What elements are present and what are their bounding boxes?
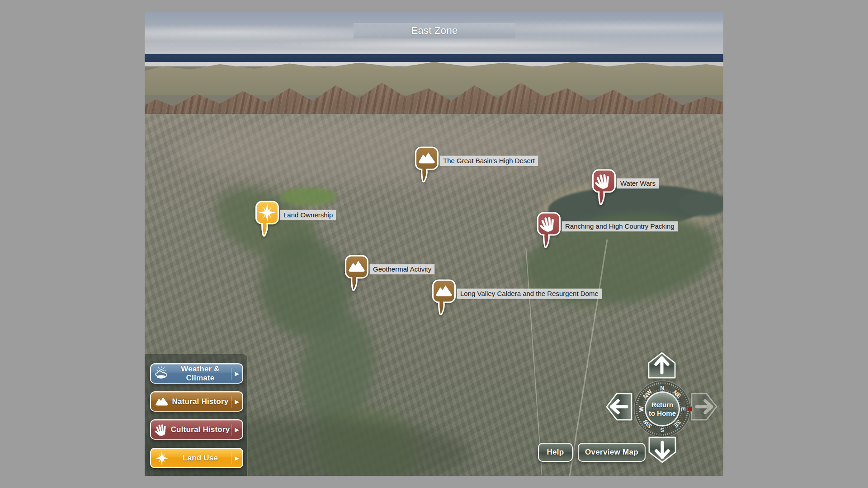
pan-up-button[interactable] [648,352,676,379]
marker-pin [591,169,617,206]
return-to-home-button[interactable]: Return to Home [645,391,680,427]
marker-label: Water Wars [617,178,659,188]
arrow-up-icon [648,352,676,379]
pan-down-button[interactable] [648,436,676,463]
map-marker-ranching[interactable]: Ranching and High Country Packing [536,211,562,249]
arrow-right-icon [690,393,717,421]
overview-map-button[interactable]: Overview Map [578,443,646,462]
hand-icon [154,422,170,437]
map-marker-great-basin[interactable]: The Great Basin's High Desert [414,146,440,184]
help-button-label: Help [547,448,564,457]
compass-label-w: W [638,406,645,412]
help-button[interactable]: Help [538,443,573,462]
marker-label: The Great Basin's High Desert [440,156,538,166]
sun-cloud-icon [154,366,170,381]
marker-pin [414,146,440,184]
menu-item-weather-climate[interactable]: Weather & Climate ▶ [150,363,243,384]
menu-item-label: Land Use [170,454,231,463]
menu-item-land-use[interactable]: Land Use ▶ [150,448,243,468]
pan-right-button-disabled[interactable] [690,393,718,420]
map-marker-long-valley[interactable]: Long Valley Caldera and the Resurgent Do… [431,279,457,317]
arrow-down-icon [648,436,676,463]
compass-label-e: E [680,407,687,411]
marker-pin [536,211,562,249]
map-marker-water-wars[interactable]: Water Wars [591,169,617,206]
menu-item-label: Weather & Climate [170,365,231,383]
zone-title-bar: East Zone [354,23,515,38]
map-terrain-horizon-haze [145,54,723,62]
compass-label-n: N [660,385,664,391]
application-window: East Zone The Great Basin's High Desert … [0,0,868,488]
star-icon [154,450,170,466]
marker-pin [344,254,370,292]
compass-label-s: S [660,427,664,433]
compass-heading-pointer-icon [686,406,692,412]
zone-title: East Zone [411,25,458,37]
chevron-right-icon: ▶ [231,371,242,377]
map-terrain-lake-arm [678,192,723,216]
menu-item-cultural-history[interactable]: Cultural History ▶ [150,419,243,440]
marker-label: Land Ownership [280,210,336,220]
map-3d-view[interactable]: East Zone The Great Basin's High Desert … [145,12,723,476]
marker-label: Geothermal Activity [370,264,434,274]
marker-label: Ranching and High Country Packing [562,221,678,231]
chevron-right-icon: ▶ [231,427,242,433]
marker-pin [254,200,280,238]
category-menu-panel: Weather & Climate ▶ Natural History ▶ Cu… [145,354,248,476]
return-to-home-label: Return to Home [648,400,677,418]
menu-item-label: Cultural History [170,425,231,434]
pan-left-button[interactable] [605,393,633,420]
marker-label: Long Valley Caldera and the Resurgent Do… [457,289,602,299]
map-marker-geothermal[interactable]: Geothermal Activity [344,254,370,292]
mountain-icon [154,394,170,409]
map-terrain-green-fields [280,188,337,206]
arrow-left-icon [606,393,633,421]
map-terrain-hazy-plain [172,121,579,184]
chevron-right-icon: ▶ [231,399,242,405]
map-marker-land-ownership[interactable]: Land Ownership [254,200,280,238]
marker-pin [431,279,457,317]
overview-map-button-label: Overview Map [585,448,638,457]
chevron-right-icon: ▶ [231,455,242,461]
menu-item-label: Natural History [170,397,231,406]
menu-item-natural-history[interactable]: Natural History ▶ [150,391,243,412]
